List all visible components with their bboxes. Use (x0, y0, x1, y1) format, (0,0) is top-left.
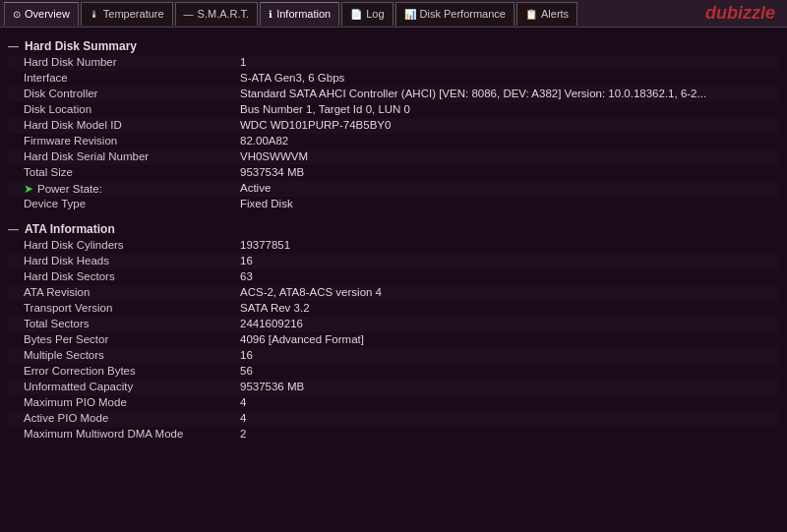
tab-disk-performance-label: Disk Performance (420, 8, 506, 20)
tab-log[interactable]: 📄 Log (341, 2, 393, 26)
label-ata-revision: ATA Revision (24, 286, 240, 298)
row-cylinders: Hard Disk Cylinders 19377851 (8, 238, 779, 254)
value-max-pio-mode: 4 (240, 396, 779, 408)
row-interface: Interface S-ATA Gen3, 6 Gbps (8, 71, 779, 87)
alerts-icon: 📋 (525, 9, 537, 20)
label-firmware-revision: Firmware Revision (24, 135, 240, 147)
value-disk-location: Bus Number 1, Target Id 0, LUN 0 (240, 103, 779, 115)
row-transport-version: Transport Version SATA Rev 3.2 (8, 301, 779, 317)
row-max-multiword-dma: Maximum Multiword DMA Mode 2 (8, 427, 779, 443)
row-hard-disk-model-id: Hard Disk Model ID WDC WD101PURP-74B5BY0 (8, 118, 779, 134)
tab-information-label: Information (276, 8, 331, 20)
row-unformatted-capacity: Unformatted Capacity 9537536 MB (8, 380, 779, 395)
log-icon: 📄 (350, 9, 362, 20)
section-header-hard-disk-summary: — Hard Disk Summary (8, 39, 779, 53)
dubizzle-watermark: dubizzle (705, 3, 783, 24)
tab-temperature-label: Temperature (103, 8, 164, 20)
label-active-pio-mode: Active PIO Mode (24, 412, 240, 424)
label-serial-number: Hard Disk Serial Number (24, 150, 240, 162)
value-interface: S-ATA Gen3, 6 Gbps (240, 72, 779, 84)
label-unformatted-capacity: Unformatted Capacity (24, 381, 240, 392)
label-max-pio-mode: Maximum PIO Mode (24, 396, 240, 408)
value-bytes-per-sector: 4096 [Advanced Format] (240, 333, 779, 345)
value-serial-number: VH0SWWVM (240, 150, 779, 162)
tab-alerts[interactable]: 📋 Alerts (516, 2, 577, 26)
label-total-size: Total Size (24, 166, 240, 178)
value-transport-version: SATA Rev 3.2 (240, 302, 779, 314)
row-error-correction-bytes: Error Correction Bytes 56 (8, 364, 779, 380)
row-hard-disk-number: Hard Disk Number 1 (8, 55, 779, 71)
row-total-sectors: Total Sectors 2441609216 (8, 317, 779, 332)
row-active-pio-mode: Active PIO Mode 4 (8, 411, 779, 427)
section-dash-2: — (8, 223, 19, 235)
label-total-sectors: Total Sectors (24, 318, 240, 329)
row-disk-location: Disk Location Bus Number 1, Target Id 0,… (8, 102, 779, 118)
value-total-size: 9537534 MB (240, 166, 779, 178)
value-device-type: Fixed Disk (240, 198, 779, 209)
tab-temperature[interactable]: 🌡 Temperature (81, 2, 173, 26)
section-header-ata-information: — ATA Information (8, 222, 779, 236)
tab-disk-performance[interactable]: 📊 Disk Performance (395, 2, 515, 26)
section-title-ata-information: ATA Information (25, 222, 115, 236)
value-hard-disk-number: 1 (240, 56, 779, 68)
row-bytes-per-sector: Bytes Per Sector 4096 [Advanced Format] (8, 332, 779, 348)
label-multiple-sectors: Multiple Sectors (24, 349, 240, 361)
value-firmware-revision: 82.00A82 (240, 135, 779, 147)
information-icon: ℹ (269, 9, 272, 20)
row-ata-revision: ATA Revision ACS-2, ATA8-ACS version 4 (8, 285, 779, 301)
value-hard-disk-sectors: 63 (240, 270, 779, 282)
row-device-type: Device Type Fixed Disk (8, 197, 779, 212)
label-device-type: Device Type (24, 198, 240, 209)
section-title-hard-disk-summary: Hard Disk Summary (25, 39, 137, 53)
label-bytes-per-sector: Bytes Per Sector (24, 333, 240, 345)
section-dash-1: — (8, 40, 19, 52)
disk-performance-icon: 📊 (404, 9, 416, 20)
tab-smart[interactable]: — S.M.A.R.T. (175, 2, 259, 26)
tab-smart-label: S.M.A.R.T. (198, 8, 250, 20)
tab-alerts-label: Alerts (541, 8, 569, 20)
tab-bar: ⊙ Overview 🌡 Temperature — S.M.A.R.T. ℹ … (0, 0, 787, 28)
value-hard-disk-model-id: WDC WD101PURP-74B5BY0 (240, 119, 779, 131)
value-cylinders: 19377851 (240, 239, 779, 251)
value-heads: 16 (240, 255, 779, 266)
label-hard-disk-sectors: Hard Disk Sectors (24, 270, 240, 282)
tab-overview-label: Overview (25, 8, 70, 20)
label-cylinders: Hard Disk Cylinders (24, 239, 240, 251)
tab-log-label: Log (366, 8, 384, 20)
label-error-correction-bytes: Error Correction Bytes (24, 365, 240, 377)
tab-overview[interactable]: ⊙ Overview (4, 2, 79, 26)
value-error-correction-bytes: 56 (240, 365, 779, 377)
label-power-state: ➤ Power State: (24, 182, 240, 196)
smart-icon: — (184, 9, 194, 20)
label-max-multiword-dma: Maximum Multiword DMA Mode (24, 428, 240, 440)
value-multiple-sectors: 16 (240, 349, 779, 361)
label-transport-version: Transport Version (24, 302, 240, 314)
row-serial-number: Hard Disk Serial Number VH0SWWVM (8, 149, 779, 165)
value-max-multiword-dma: 2 (240, 428, 779, 440)
temperature-icon: 🌡 (90, 9, 99, 20)
value-unformatted-capacity: 9537536 MB (240, 381, 779, 392)
value-active-pio-mode: 4 (240, 412, 779, 424)
power-state-arrow-icon: ➤ (24, 182, 33, 196)
label-interface: Interface (24, 72, 240, 84)
row-max-pio-mode: Maximum PIO Mode 4 (8, 395, 779, 411)
row-disk-controller: Disk Controller Standard SATA AHCI Contr… (8, 87, 779, 102)
label-heads: Hard Disk Heads (24, 255, 240, 266)
row-firmware-revision: Firmware Revision 82.00A82 (8, 134, 779, 149)
row-power-state: ➤ Power State: Active (8, 181, 779, 197)
value-total-sectors: 2441609216 (240, 318, 779, 329)
label-hard-disk-number: Hard Disk Number (24, 56, 240, 68)
value-ata-revision: ACS-2, ATA8-ACS version 4 (240, 286, 779, 298)
tab-information[interactable]: ℹ Information (260, 2, 339, 26)
value-power-state: Active (240, 182, 779, 194)
main-content: — Hard Disk Summary Hard Disk Number 1 I… (0, 28, 787, 532)
row-total-size: Total Size 9537534 MB (8, 165, 779, 181)
row-hard-disk-sectors: Hard Disk Sectors 63 (8, 269, 779, 285)
row-heads: Hard Disk Heads 16 (8, 254, 779, 269)
label-disk-location: Disk Location (24, 103, 240, 115)
label-hard-disk-model-id: Hard Disk Model ID (24, 119, 240, 131)
row-multiple-sectors: Multiple Sectors 16 (8, 348, 779, 364)
value-disk-controller: Standard SATA AHCI Controller (AHCI) [VE… (240, 88, 779, 99)
overview-icon: ⊙ (13, 9, 21, 20)
label-disk-controller: Disk Controller (24, 88, 240, 99)
